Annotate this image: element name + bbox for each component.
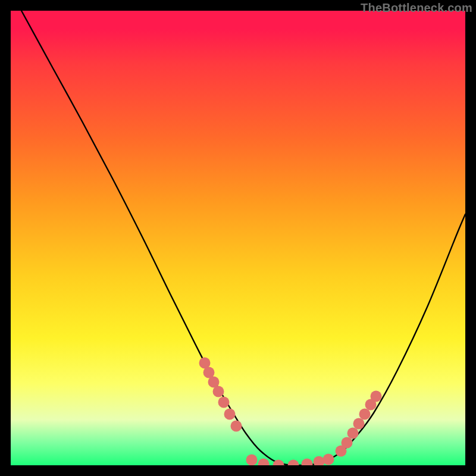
marker-dot [314, 456, 325, 466]
marker-dots [199, 358, 382, 466]
marker-dot [371, 391, 382, 402]
plot-area [11, 11, 465, 465]
marker-dot [218, 397, 230, 408]
marker-dot [213, 386, 224, 397]
marker-dot [231, 421, 242, 432]
marker-dot [288, 460, 299, 466]
marker-dot [347, 428, 359, 439]
marker-dot [246, 455, 258, 466]
chart-svg [11, 11, 465, 465]
marker-dot [302, 459, 313, 466]
chart-frame: TheBottleneck.com [0, 0, 476, 476]
marker-dot [353, 418, 365, 430]
marker-dot [359, 409, 371, 420]
watermark-text: TheBottleneck.com [361, 1, 472, 15]
marker-dot [323, 454, 334, 465]
marker-dot [342, 437, 353, 449]
bottleneck-curve [21, 11, 465, 465]
marker-dot [258, 459, 270, 466]
marker-dot [224, 409, 236, 420]
